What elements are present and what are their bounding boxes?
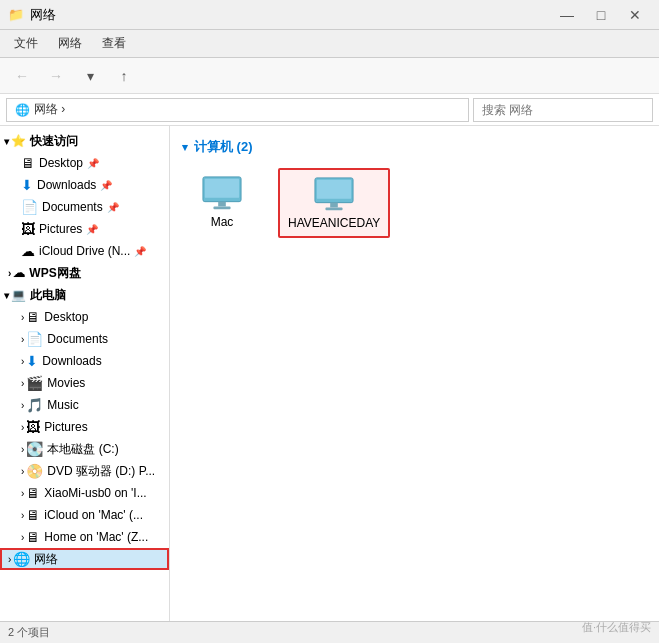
sidebar-item-label: Documents <box>42 200 103 214</box>
sidebar-item-label: Pictures <box>44 420 87 434</box>
chevron-right-icon: › <box>21 312 24 323</box>
dvd-icon: 📀 <box>26 463 43 479</box>
main-layout: ▾ ⭐ 快速访问 🖥 Desktop 📌 ⬇ Downloads 📌 📄 Doc… <box>0 126 659 621</box>
chevron-right-icon: › <box>21 400 24 411</box>
sidebar-item-icloud-quick[interactable]: ☁ iCloud Drive (N... 📌 <box>0 240 169 262</box>
computer-mac-label: Mac <box>211 215 234 229</box>
recent-locations-button[interactable]: ▾ <box>74 62 106 90</box>
status-bar: 2 个项目 <box>0 621 659 643</box>
sidebar-item-localdisk-pc[interactable]: › 💽 本地磁盘 (C:) <box>0 438 169 460</box>
chevron-right-icon: › <box>21 356 24 367</box>
pin-icon: 📌 <box>134 246 146 257</box>
network-drive-icon2: 🖥 <box>26 507 40 523</box>
documents-icon: 📄 <box>26 331 43 347</box>
chevron-right-icon: › <box>21 466 24 477</box>
computer-icon-haveaniceday <box>310 176 358 216</box>
sidebar-item-icloud-pc[interactable]: › 🖥 iCloud on 'Mac' (... <box>0 504 169 526</box>
sidebar-item-label: iCloud Drive (N... <box>39 244 130 258</box>
sidebar-item-label: 本地磁盘 (C:) <box>47 441 118 458</box>
pictures-icon: 🖼 <box>21 221 35 237</box>
sidebar-item-label: Pictures <box>39 222 82 236</box>
quick-access-label: 快速访问 <box>30 133 78 150</box>
content-area: ▾ 计算机 (2) Mac <box>170 126 659 621</box>
sidebar-item-downloads-pc[interactable]: › ⬇ Downloads <box>0 350 169 372</box>
forward-button[interactable]: → <box>40 62 72 90</box>
sidebar-item-pictures-quick[interactable]: 🖼 Pictures 📌 <box>0 218 169 240</box>
desktop-icon: 🖥 <box>21 155 35 171</box>
title-bar-title: 网络 <box>30 6 56 24</box>
computer-item-haveaniceday[interactable]: HAVEANICEDAY <box>278 168 390 238</box>
downloads-icon: ⬇ <box>21 177 33 193</box>
sidebar-wps-header[interactable]: › ☁ WPS网盘 <box>0 262 169 284</box>
title-bar-icon: 📁 <box>8 7 24 22</box>
sidebar-item-label: Movies <box>47 376 85 390</box>
sidebar-item-desktop-quick[interactable]: 🖥 Desktop 📌 <box>0 152 169 174</box>
svg-rect-2 <box>218 202 226 207</box>
downloads-icon: ⬇ <box>26 353 38 369</box>
sidebar-item-home-pc[interactable]: › 🖥 Home on 'Mac' (Z... <box>0 526 169 548</box>
svg-rect-5 <box>317 180 351 199</box>
close-button[interactable]: ✕ <box>619 1 651 29</box>
pin-icon: 📌 <box>87 158 99 169</box>
status-text: 2 个项目 <box>8 625 50 640</box>
sidebar-item-music-pc[interactable]: › 🎵 Music <box>0 394 169 416</box>
address-network-label: 网络 › <box>34 101 65 118</box>
sidebar-quick-access-header[interactable]: ▾ ⭐ 快速访问 <box>0 130 169 152</box>
svg-rect-3 <box>213 206 230 209</box>
chevron-right-icon: › <box>21 488 24 499</box>
up-button[interactable]: ↑ <box>108 62 140 90</box>
wps-label: WPS网盘 <box>29 265 80 282</box>
menu-file[interactable]: 文件 <box>4 31 48 56</box>
menu-bar: 文件 网络 查看 <box>0 30 659 58</box>
section-header: ▾ 计算机 (2) <box>182 138 647 156</box>
sidebar-item-pictures-pc[interactable]: › 🖼 Pictures <box>0 416 169 438</box>
sidebar-item-documents-quick[interactable]: 📄 Documents 📌 <box>0 196 169 218</box>
minimize-button[interactable]: — <box>551 1 583 29</box>
sidebar-item-xiaomi-pc[interactable]: › 🖥 XiaoMi-usb0 on 'I... <box>0 482 169 504</box>
computer-item-mac[interactable]: Mac <box>182 168 262 236</box>
address-path[interactable]: 🌐 网络 › <box>6 98 469 122</box>
icloud-icon: ☁ <box>21 243 35 259</box>
sidebar-item-label: Documents <box>47 332 108 346</box>
music-icon: 🎵 <box>26 397 43 413</box>
title-bar-controls: — □ ✕ <box>551 1 651 29</box>
maximize-button[interactable]: □ <box>585 1 617 29</box>
chevron-down-icon: ▾ <box>4 290 9 301</box>
search-input[interactable] <box>473 98 653 122</box>
sidebar-item-network[interactable]: › 🌐 网络 <box>0 548 169 570</box>
sidebar-item-label: Desktop <box>39 156 83 170</box>
sidebar-item-label: iCloud on 'Mac' (... <box>44 508 143 522</box>
sidebar-item-label: Downloads <box>42 354 101 368</box>
sidebar-item-documents-pc[interactable]: › 📄 Documents <box>0 328 169 350</box>
chevron-right-icon: › <box>21 510 24 521</box>
chevron-down-icon: ▾ <box>4 136 9 147</box>
menu-network[interactable]: 网络 <box>48 31 92 56</box>
documents-icon: 📄 <box>21 199 38 215</box>
computer-icon-mac <box>198 175 246 215</box>
svg-rect-1 <box>205 179 239 198</box>
sidebar-item-movies-pc[interactable]: › 🎬 Movies <box>0 372 169 394</box>
network-icon: 🌐 <box>13 551 30 567</box>
sidebar-item-downloads-quick[interactable]: ⬇ Downloads 📌 <box>0 174 169 196</box>
sidebar-item-label: 网络 <box>34 551 58 568</box>
chevron-right-icon: › <box>21 444 24 455</box>
back-button[interactable]: ← <box>6 62 38 90</box>
menu-view[interactable]: 查看 <box>92 31 136 56</box>
sidebar-item-label: Music <box>47 398 78 412</box>
sidebar-item-label: XiaoMi-usb0 on 'I... <box>44 486 146 500</box>
sidebar: ▾ ⭐ 快速访问 🖥 Desktop 📌 ⬇ Downloads 📌 📄 Doc… <box>0 126 170 621</box>
pin-icon: 📌 <box>100 180 112 191</box>
pin-icon: 📌 <box>107 202 119 213</box>
disk-icon: 💽 <box>26 441 43 457</box>
desktop-icon: 🖥 <box>26 309 40 325</box>
chevron-right-icon: › <box>21 334 24 345</box>
sidebar-thispc-header[interactable]: ▾ 💻 此电脑 <box>0 284 169 306</box>
sidebar-item-dvd-pc[interactable]: › 📀 DVD 驱动器 (D:) P... <box>0 460 169 482</box>
chevron-right-icon: › <box>8 554 11 565</box>
address-bar: 🌐 网络 › <box>0 94 659 126</box>
sidebar-item-label: Home on 'Mac' (Z... <box>44 530 148 544</box>
sidebar-item-desktop-pc[interactable]: › 🖥 Desktop <box>0 306 169 328</box>
chevron-right-icon: › <box>21 422 24 433</box>
movies-icon: 🎬 <box>26 375 43 391</box>
svg-rect-7 <box>326 207 343 210</box>
